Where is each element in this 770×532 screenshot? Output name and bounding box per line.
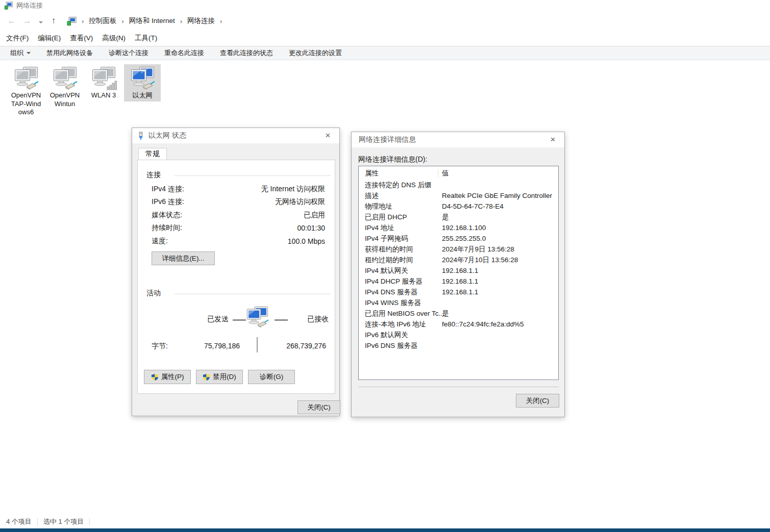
status-row: IPv6 连接: 无网络访问权限 bbox=[152, 196, 325, 209]
details-row[interactable]: 租约过期的时间 2024年7月10日 13:56:28 bbox=[359, 255, 558, 265]
row-property: 已启用 NetBIOS over Tc... bbox=[365, 308, 444, 319]
status-label: IPv6 连接: bbox=[152, 197, 184, 207]
details-row[interactable]: 物理地址 D4-5D-64-7C-78-E4 bbox=[359, 201, 558, 212]
rename-connection-command[interactable]: 重命名此连接 bbox=[164, 48, 204, 58]
connection-label: 以太网 bbox=[133, 91, 153, 100]
details-row[interactable]: 描述 Realtek PCIe GbE Family Controller bbox=[359, 190, 558, 201]
disable-device-command[interactable]: 禁用此网络设备 bbox=[46, 48, 93, 58]
forward-button[interactable]: → bbox=[20, 16, 34, 26]
menu-bar: 文件(F) 编辑(E) 查看(V) 高级(N) 工具(T) bbox=[0, 31, 770, 46]
change-settings-command[interactable]: 更改此连接的设置 bbox=[289, 48, 342, 58]
breadcrumb-control-panel[interactable]: 控制面板 bbox=[89, 16, 116, 26]
navigation-bar: ← → ↑ › 控制面板 › 网络和 Internet › 网络连接 › bbox=[0, 11, 770, 31]
details-row[interactable]: IPv6 DNS 服务器 bbox=[359, 340, 558, 351]
status-value: 无 Internet 访问权限 bbox=[261, 185, 325, 194]
connection-label: WLAN 3 bbox=[91, 91, 116, 100]
details-header-row: 属性 值 bbox=[359, 168, 558, 179]
uac-shield-icon bbox=[203, 373, 210, 381]
tab-general-label: 常规 bbox=[145, 149, 160, 158]
breadcrumb-network-connections[interactable]: 网络连接 bbox=[187, 16, 215, 26]
received-dash bbox=[275, 319, 288, 321]
organize-menu-button[interactable]: 组织 bbox=[10, 48, 31, 58]
details-row[interactable]: IPv4 DHCP 服务器 192.168.1.1 bbox=[359, 276, 558, 287]
organize-label: 组织 bbox=[10, 48, 23, 58]
details-row[interactable]: IPv4 DNS 服务器 192.168.1.1 bbox=[359, 287, 558, 297]
disable-button[interactable]: 禁用(D) bbox=[196, 370, 243, 384]
status-value: 无网络访问权限 bbox=[275, 197, 325, 207]
menu-advanced[interactable]: 高级(N) bbox=[102, 34, 126, 43]
connection-ethernet[interactable]: 以太网 bbox=[124, 64, 161, 102]
status-close-button[interactable]: 关闭(C) bbox=[297, 400, 340, 414]
details-row[interactable]: IPv6 默认网关 bbox=[359, 330, 558, 340]
diagnose-button-label: 诊断(G) bbox=[260, 372, 284, 382]
recent-locations-dropdown-icon[interactable] bbox=[39, 16, 43, 26]
menu-tools[interactable]: 工具(T) bbox=[135, 34, 157, 43]
back-button[interactable]: ← bbox=[5, 16, 18, 26]
diagnose-connection-command[interactable]: 诊断这个连接 bbox=[109, 48, 148, 58]
status-row: IPv4 连接: 无 Internet 访问权限 bbox=[152, 183, 325, 196]
row-property: 描述 bbox=[365, 190, 379, 201]
details-button[interactable]: 详细信息(E)... bbox=[152, 251, 215, 265]
row-property: 获得租约的时间 bbox=[365, 244, 413, 255]
vpn-adapter-icon bbox=[13, 66, 39, 91]
sent-label: 已发送 bbox=[199, 315, 229, 324]
close-icon[interactable]: × bbox=[541, 132, 564, 147]
status-label: 速度: bbox=[152, 237, 168, 246]
menu-edit[interactable]: 编辑(E) bbox=[38, 34, 61, 43]
details-row[interactable]: IPv4 WINS 服务器 bbox=[359, 297, 558, 308]
connection-details-dialog: 网络连接详细信息 × 网络连接详细信息(D): 属性 值 连接特定的 DNS 后… bbox=[351, 132, 565, 417]
breadcrumb-network-internet[interactable]: 网络和 Internet bbox=[129, 16, 175, 26]
window-bottom-edge bbox=[0, 528, 770, 532]
disable-button-label: 禁用(D) bbox=[213, 372, 236, 382]
details-row[interactable]: IPv4 默认网关 192.168.1.1 bbox=[359, 265, 558, 276]
status-value: 00:01:30 bbox=[297, 224, 326, 232]
row-property: IPv4 WINS 服务器 bbox=[365, 297, 421, 308]
row-property: 物理地址 bbox=[365, 201, 392, 212]
connection-wlan-3[interactable]: WLAN 3 bbox=[85, 64, 122, 100]
view-status-command[interactable]: 查看此连接的状态 bbox=[220, 48, 273, 58]
dialog-titlebar: 网络连接详细信息 × bbox=[352, 132, 564, 147]
row-value: 192.168.1.1 bbox=[442, 287, 478, 297]
properties-button-label: 属性(P) bbox=[161, 372, 184, 382]
wlan-adapter-icon bbox=[90, 66, 117, 91]
status-label: IPv4 连接: bbox=[152, 185, 184, 194]
bytes-label: 字节: bbox=[152, 342, 168, 351]
details-row[interactable]: 已启用 DHCP 是 bbox=[359, 212, 558, 222]
status-label: 媒体状态: bbox=[152, 211, 182, 220]
details-close-button-label: 关闭(C) bbox=[526, 396, 550, 406]
diagnose-button[interactable]: 诊断(G) bbox=[248, 370, 295, 384]
breadcrumb-separator: › bbox=[180, 17, 182, 25]
details-row[interactable]: IPv4 子网掩码 255.255.255.0 bbox=[359, 233, 558, 244]
row-value: 192.168.1.100 bbox=[442, 222, 486, 233]
breadcrumb-separator: › bbox=[82, 17, 84, 25]
row-property: 连接-本地 IPv6 地址 bbox=[365, 319, 426, 330]
bytes-received-value: 268,739,276 bbox=[265, 342, 326, 350]
row-property: IPv6 默认网关 bbox=[365, 330, 408, 340]
dialog-title: 以太网 状态 bbox=[148, 131, 186, 140]
close-icon[interactable]: × bbox=[316, 128, 339, 143]
statusbar-divider bbox=[37, 518, 38, 525]
uac-shield-icon bbox=[151, 373, 159, 381]
tab-general[interactable]: 常规 bbox=[138, 148, 167, 160]
details-list[interactable]: 属性 值 连接特定的 DNS 后缀 描述 Realtek PCIe GbE Fa… bbox=[358, 166, 559, 380]
connection-openvpn-wintun[interactable]: OpenVPN Wintun bbox=[46, 64, 83, 108]
details-row[interactable]: 连接-本地 IPv6 地址 fe80::7c24:94fc:fe2a:dd%5 bbox=[359, 319, 558, 330]
menu-view[interactable]: 查看(V) bbox=[70, 34, 93, 43]
details-row[interactable]: 连接特定的 DNS 后缀 bbox=[359, 180, 558, 190]
status-row: 持续时间: 00:01:30 bbox=[152, 222, 325, 235]
status-bar: 4 个项目 选中 1 个项目 bbox=[0, 515, 770, 528]
activity-computer-icon bbox=[245, 306, 269, 328]
row-property: IPv4 地址 bbox=[365, 222, 394, 233]
up-button[interactable]: ↑ bbox=[47, 16, 60, 26]
bytes-divider bbox=[257, 337, 258, 352]
details-close-button[interactable]: 关闭(C) bbox=[516, 394, 559, 408]
status-close-button-label: 关闭(C) bbox=[307, 403, 331, 412]
connection-openvpn-tap-windows6[interactable]: OpenVPN TAP-Wind ows6 bbox=[8, 64, 44, 117]
properties-button[interactable]: 属性(P) bbox=[144, 370, 191, 384]
group-activity-label: 活动 bbox=[146, 289, 161, 298]
menu-file[interactable]: 文件(F) bbox=[6, 34, 29, 43]
details-row[interactable]: 获得租约的时间 2024年7月9日 13:56:28 bbox=[359, 244, 558, 255]
details-row[interactable]: 已启用 NetBIOS over Tc... 是 bbox=[359, 308, 558, 319]
details-row[interactable]: IPv4 地址 192.168.1.100 bbox=[359, 222, 558, 233]
details-list-label: 网络连接详细信息(D): bbox=[358, 155, 427, 164]
